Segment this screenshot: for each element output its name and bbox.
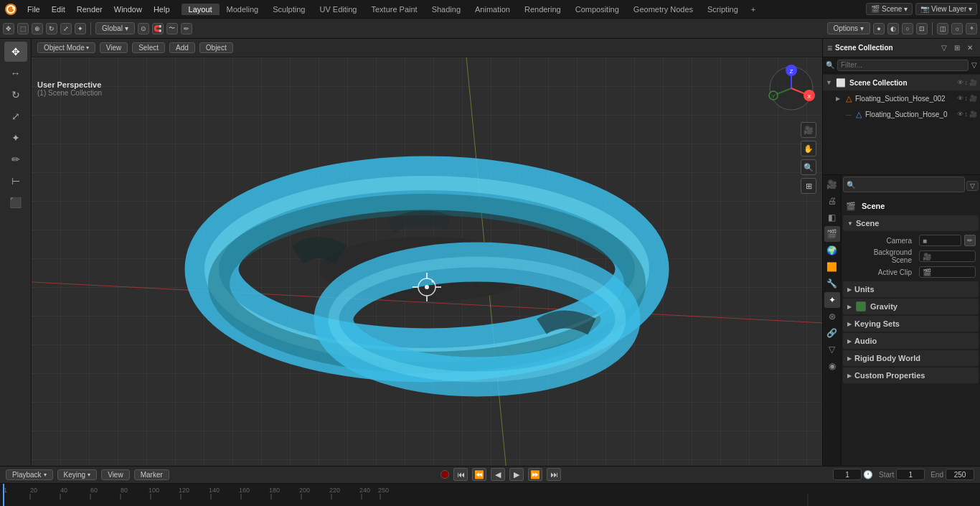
scene-selector[interactable]: 🎬 Scene ▾: [866, 3, 913, 15]
custom-props-header[interactable]: ▶ Custom Properties: [843, 367, 979, 383]
transform-tool[interactable]: ✦: [75, 23, 86, 34]
record-btn[interactable]: [440, 470, 449, 479]
restrict-viewport-btn[interactable]: 👁: [957, 79, 963, 86]
jump-end-btn[interactable]: ⏭: [547, 468, 561, 481]
viewport[interactable]: Object Mode ▾ View Select Add Object Use…: [32, 39, 822, 466]
playback-menu[interactable]: Playback ▾: [6, 469, 53, 480]
graph-btn[interactable]: 〜: [166, 23, 178, 34]
prop-scene-btn[interactable]: 🎬: [824, 226, 840, 242]
prop-output-btn[interactable]: 🖨: [824, 193, 840, 209]
menu-file[interactable]: File: [22, 4, 46, 15]
prop-physics-btn[interactable]: ⊛: [824, 309, 840, 324]
item0-sel-btn[interactable]: ↕: [965, 95, 969, 102]
hand-tool-btn[interactable]: ✋: [801, 141, 816, 156]
play-btn[interactable]: ▶: [509, 468, 524, 481]
annotation-btn[interactable]: ✏: [181, 23, 192, 34]
camera-view-btn[interactable]: 🎥: [801, 122, 816, 138]
rigid-body-header[interactable]: ▶ Rigid Body World: [843, 350, 979, 366]
menu-edit[interactable]: Edit: [46, 4, 71, 15]
workspace-sculpting[interactable]: Sculpting: [265, 4, 312, 15]
workspace-uv[interactable]: UV Editing: [312, 4, 364, 15]
outliner-close-btn[interactable]: ✕: [964, 42, 976, 54]
timeline-ruler[interactable]: 1 20 40 60 80 100 120 140 160 180 200 22…: [0, 484, 980, 506]
proportional-edit[interactable]: ⊙: [138, 23, 149, 34]
workspace-scripting[interactable]: Scripting: [700, 4, 745, 15]
collection-expand[interactable]: ▼: [826, 79, 834, 86]
marker-menu[interactable]: Marker: [134, 469, 169, 480]
outliner-filter-btn[interactable]: ▽: [938, 42, 950, 54]
object-mode-btn[interactable]: Object Mode ▾: [37, 42, 95, 53]
scene-section-header[interactable]: ▼ Scene: [843, 215, 979, 231]
outliner-filter-icon[interactable]: ▽: [971, 61, 977, 69]
scale-tool[interactable]: ⤢: [60, 23, 72, 34]
viewport-canvas[interactable]: User Perspective (1) Scene Collection: [32, 57, 822, 466]
viewport-shading-wireframe[interactable]: ⊡: [916, 23, 928, 34]
outliner-item-0[interactable]: ▶ △ Floating_Suction_Hose_002 👁 ↕ 🎥: [823, 90, 980, 106]
properties-search[interactable]: [843, 177, 965, 192]
transform-sidebar-tool[interactable]: ✦: [4, 128, 27, 148]
rotate-sidebar-tool[interactable]: ↻: [4, 85, 27, 105]
item1-expand[interactable]: —: [846, 111, 854, 118]
gravity-checkbox[interactable]: [856, 301, 866, 311]
torus-object[interactable]: [176, 111, 678, 413]
item1-sel-btn[interactable]: ↕: [965, 111, 969, 118]
camera-value[interactable]: ■: [919, 235, 961, 246]
menu-help[interactable]: Help: [148, 4, 176, 15]
workspace-modeling[interactable]: Modeling: [220, 4, 266, 15]
gravity-header[interactable]: ▶ Gravity: [843, 299, 979, 314]
audio-header[interactable]: ▶ Audio: [843, 333, 979, 349]
viewport-shading-rendered[interactable]: ○: [902, 23, 913, 34]
gizmo-toggle[interactable]: ⌖: [966, 23, 977, 34]
keying-header[interactable]: ▶ Keying Sets: [843, 316, 979, 332]
prop-material-btn[interactable]: ◉: [824, 358, 840, 374]
current-frame-display[interactable]: 1: [833, 469, 862, 480]
restrict-select-btn[interactable]: ↕: [965, 79, 969, 86]
workspace-geometry[interactable]: Geometry Nodes: [626, 4, 700, 15]
viewport-view-menu[interactable]: View: [100, 42, 128, 53]
navigation-gizmo[interactable]: Z X Y: [766, 63, 816, 113]
camera-edit-btn[interactable]: ✏: [964, 235, 976, 246]
cursor-sidebar-tool[interactable]: ✥: [4, 42, 27, 62]
move-sidebar-tool[interactable]: ↔: [4, 63, 27, 83]
item0-rnd-btn[interactable]: 🎥: [969, 95, 977, 102]
transform-space-btn[interactable]: Global ▾: [95, 22, 135, 34]
prop-data-btn[interactable]: ▽: [824, 342, 840, 357]
background-scene-value[interactable]: 🎥: [919, 250, 976, 262]
box-select-tool[interactable]: ⬚: [17, 23, 29, 34]
rotate-tool[interactable]: ↻: [46, 23, 57, 34]
step-forward-btn[interactable]: ⏩: [528, 468, 542, 481]
outliner-item-1[interactable]: — △ Floating_Suction_Hose_0 👁 ↕ 🎥: [823, 106, 980, 122]
outliner-collection-header[interactable]: ▼ ⬜ Scene Collection 👁 ↕ 🎥: [823, 75, 980, 90]
workspace-layout[interactable]: Layout: [182, 4, 220, 15]
annotate-tool[interactable]: ✏: [4, 149, 27, 169]
viewport-shading-material[interactable]: ◐: [887, 23, 899, 34]
move-tool[interactable]: ⊕: [32, 23, 43, 34]
start-frame[interactable]: 1: [896, 469, 925, 480]
menu-render[interactable]: Render: [71, 4, 108, 15]
outliner-display-btn[interactable]: ⊞: [951, 42, 963, 54]
end-frame[interactable]: 250: [946, 469, 974, 480]
item1-rnd-btn[interactable]: 🎥: [969, 111, 977, 118]
overlay-toggle[interactable]: ☼: [951, 23, 963, 34]
jump-start-btn[interactable]: ⏮: [453, 468, 468, 481]
xray-toggle[interactable]: ◫: [937, 23, 948, 34]
add-cube-tool[interactable]: ⬛: [4, 192, 27, 212]
restrict-render-btn[interactable]: 🎥: [969, 79, 977, 86]
prop-world-btn[interactable]: 🌍: [824, 243, 840, 258]
workspace-rendering[interactable]: Rendering: [517, 4, 568, 15]
view-menu[interactable]: View: [101, 469, 130, 480]
workspace-compositing[interactable]: Compositing: [568, 4, 626, 15]
add-workspace-btn[interactable]: +: [745, 4, 761, 15]
prop-view-layer-btn[interactable]: ◧: [824, 210, 840, 225]
play-back-btn[interactable]: ◀: [491, 468, 505, 481]
perspective-toggle[interactable]: ⊞: [801, 178, 816, 194]
workspace-shading[interactable]: Shading: [425, 4, 468, 15]
cursor-tool[interactable]: ✥: [3, 23, 14, 34]
menu-window[interactable]: Window: [108, 4, 148, 15]
active-clip-value[interactable]: 🎬: [919, 266, 976, 278]
scale-sidebar-tool[interactable]: ⤢: [4, 106, 27, 126]
step-back-btn[interactable]: ⏪: [472, 468, 486, 481]
snap-btn[interactable]: 🧲: [152, 23, 164, 34]
viewport-shading-solid[interactable]: ●: [873, 23, 885, 34]
view-layer-selector[interactable]: 📷 View Layer ▾: [915, 3, 977, 15]
